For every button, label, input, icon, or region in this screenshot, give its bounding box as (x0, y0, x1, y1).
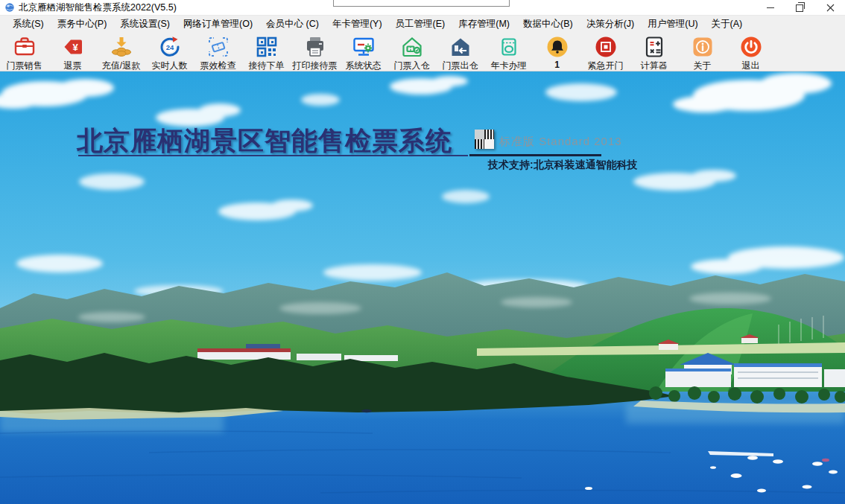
toolbar-label: 门票入仓 (394, 60, 430, 72)
toolbar-button-recharge-refund[interactable]: 充值/退款 (97, 32, 145, 72)
system-status-icon (352, 34, 376, 59)
svg-text:¥: ¥ (72, 42, 78, 53)
toolbar-button-emergency-open[interactable]: 紧急开门 (581, 32, 630, 72)
toolbar-label: 票效检查 (200, 60, 236, 72)
window-controls (756, 0, 845, 15)
menu-item-staff-management[interactable]: 员工管理(E) (389, 16, 452, 32)
ticket-inbound-icon (400, 34, 424, 59)
main-content-area: 北京雁栖湖景区智能售检票系统 标准版 Standard 2013 技术支持:北京… (0, 71, 845, 504)
toolbar-button-notifications[interactable]: 1 (533, 32, 581, 70)
toolbar-button-refund[interactable]: ¥ 退票 (48, 32, 97, 72)
realtime-visitors-icon: 24 (158, 34, 182, 59)
toolbar-label: 门票销售 (7, 60, 42, 72)
toolbar-label: 退出 (742, 60, 760, 72)
menu-item-user-management[interactable]: 用户管理(U) (641, 16, 704, 32)
ticket-outbound-icon (449, 34, 472, 59)
about-icon (691, 34, 715, 59)
toolbar-button-about[interactable]: 关于 (678, 32, 727, 72)
print-reception-ticket-icon (303, 34, 327, 59)
svg-text:24: 24 (165, 42, 174, 51)
toolbar-button-annual-card[interactable]: 年卡办理 (484, 32, 533, 72)
emergency-open-icon (594, 34, 618, 59)
toolbar-button-system-status[interactable]: 系统状态 (339, 32, 387, 72)
recharge-refund-icon (110, 34, 133, 59)
menu-item-online-order-management[interactable]: 网络订单管理(O) (177, 16, 259, 32)
toolbar-button-calculator[interactable]: 计算器 (630, 32, 678, 72)
toolbar-label: 充值/退款 (102, 60, 140, 72)
toolbar-button-reception-order[interactable]: 接待下单 (242, 32, 291, 72)
background-window-fragment (333, 0, 510, 7)
system-banner-title: 北京雁栖湖景区智能售检票系统 (77, 124, 452, 159)
toolbar-button-ticket-validation[interactable]: 票效检查 (194, 32, 242, 72)
toolbar-label: 年卡办理 (491, 60, 527, 72)
restore-button[interactable] (785, 0, 815, 15)
restore-icon (796, 4, 803, 12)
close-button[interactable] (815, 0, 845, 15)
menu-item-decision-analysis[interactable]: 决策分析(J) (580, 16, 642, 32)
toolbar-button-realtime-visitors[interactable]: 24 实时人数 (145, 32, 194, 72)
minimize-button[interactable] (756, 0, 785, 15)
menu-item-system[interactable]: 系统(S) (6, 16, 51, 32)
toolbar-label: 退票 (64, 60, 82, 72)
window-title: 北京雁栖湖智能售检票系统2022(V5.5) (19, 1, 177, 14)
toolbar-label: 实时人数 (152, 60, 188, 72)
notification-count: 1 (554, 60, 560, 70)
menu-bar: 系统(S) 票务中心(P) 系统设置(S) 网络订单管理(O) 会员中心 (C)… (0, 16, 845, 32)
title-underline (78, 155, 468, 156)
menu-item-system-settings[interactable]: 系统设置(S) (113, 16, 177, 32)
calculator-icon (642, 34, 666, 59)
toolbar-label: 系统状态 (346, 60, 382, 72)
title-bar: 北京雁栖湖智能售检票系统2022(V5.5) (0, 0, 845, 16)
toolbar-label: 关于 (694, 60, 712, 72)
app-window: 北京雁栖湖智能售检票系统2022(V5.5) 系统(S) 票务中心(P) 系统设… (0, 0, 845, 504)
notification-bell-icon (545, 34, 569, 59)
toolbar-label: 计算器 (641, 60, 668, 72)
menu-item-data-center[interactable]: 数据中心(B) (516, 16, 580, 32)
toolbar-label: 打印接待票 (293, 60, 338, 72)
exit-icon (739, 34, 763, 59)
refund-ticket-icon: ¥ (61, 34, 85, 59)
tech-support-label: 技术支持:北京科装速通智能科技 (488, 159, 638, 172)
toolbar-button-exit[interactable]: 退出 (727, 32, 775, 72)
ticket-sales-icon (13, 34, 37, 59)
menu-item-member-center[interactable]: 会员中心 (C) (259, 16, 326, 32)
close-icon (826, 4, 835, 12)
toolbar-button-ticket-inbound[interactable]: 门票入仓 (387, 32, 436, 72)
reception-order-icon (255, 34, 279, 59)
toolbar-button-print-reception-ticket[interactable]: 打印接待票 (291, 32, 339, 72)
toolbar-label: 紧急开门 (588, 60, 624, 72)
edition-logo (475, 130, 494, 149)
toolbar-button-ticket-sales[interactable]: 门票销售 (0, 32, 48, 72)
toolbar-label: 接待下单 (249, 60, 285, 72)
toolbar: 门票销售 ¥ 退票 充值/退款 24 实时人数 票效检查 (0, 32, 845, 71)
menu-item-annual-card-management[interactable]: 年卡管理(Y) (326, 16, 389, 32)
app-globe-icon (4, 2, 15, 13)
toolbar-label: 门票出仓 (443, 60, 478, 72)
minimize-icon (767, 7, 774, 8)
menu-item-about[interactable]: 关于(A) (705, 16, 750, 32)
edition-label: 标准版 Standard 2013 (499, 135, 622, 149)
toolbar-button-ticket-outbound[interactable]: 门票出仓 (436, 32, 484, 72)
ticket-validation-icon (206, 34, 230, 59)
menu-item-ticket-center[interactable]: 票务中心(P) (51, 16, 114, 32)
edition-underline (469, 154, 601, 156)
annual-card-icon (497, 34, 521, 59)
menu-item-inventory-management[interactable]: 库存管理(M) (452, 16, 516, 32)
